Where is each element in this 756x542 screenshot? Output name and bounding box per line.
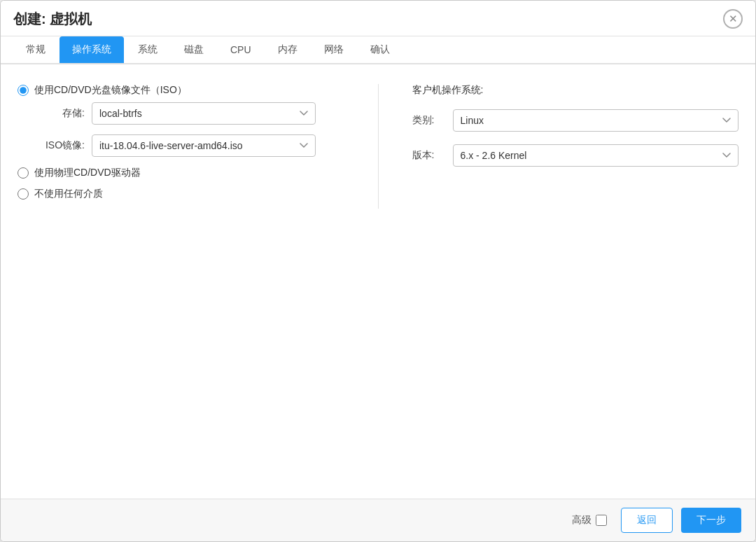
iso-label: ISO镜像: <box>34 139 85 152</box>
use-iso-radio[interactable] <box>18 85 29 96</box>
no-media-option[interactable]: 不使用任何介质 <box>18 188 344 200</box>
use-iso-label: 使用CD/DVD光盘镜像文件（ISO） <box>34 84 187 97</box>
tab-os[interactable]: 操作系统 <box>59 36 124 63</box>
advanced-group: 高级 <box>572 514 607 527</box>
footer: 高级 返回 下一步 <box>1 499 755 541</box>
title-bar: 创建: 虚拟机 ✕ <box>1 1 755 36</box>
os-section-header: 客户机操作系统: <box>412 84 739 97</box>
close-icon: ✕ <box>729 13 738 25</box>
tab-bar: 常规 操作系统 系统 磁盘 CPU 内存 网络 确认 <box>1 36 755 64</box>
iso-radio-group: 使用CD/DVD光盘镜像文件（ISO） 存储: local-btrfs ISO镜… <box>18 84 344 157</box>
tab-general[interactable]: 常规 <box>13 36 58 63</box>
advanced-label: 高级 <box>572 514 592 527</box>
vm-create-window: 创建: 虚拟机 ✕ 常规 操作系统 系统 磁盘 CPU 内存 网络 确认 使用C… <box>0 0 756 542</box>
tab-cpu[interactable]: CPU <box>218 37 264 62</box>
left-section: 使用CD/DVD光盘镜像文件（ISO） 存储: local-btrfs ISO镜… <box>18 84 344 209</box>
tab-system[interactable]: 系统 <box>125 36 170 63</box>
main-content: 使用CD/DVD光盘镜像文件（ISO） 存储: local-btrfs ISO镜… <box>1 64 755 499</box>
right-section: 客户机操作系统: 类别: Linux 版本: 6.x - 2.6 Kernel <box>378 84 739 209</box>
window-title: 创建: 虚拟机 <box>13 10 92 29</box>
no-media-radio[interactable] <box>18 188 29 200</box>
tab-network[interactable]: 网络 <box>312 36 356 63</box>
tab-confirm[interactable]: 确认 <box>358 36 402 63</box>
physical-dvd-group: 使用物理CD/DVD驱动器 <box>18 167 344 179</box>
storage-select[interactable]: local-btrfs <box>92 102 316 125</box>
use-physical-option[interactable]: 使用物理CD/DVD驱动器 <box>18 167 344 179</box>
advanced-checkbox[interactable] <box>596 515 607 526</box>
tab-disk[interactable]: 磁盘 <box>172 36 216 63</box>
use-physical-radio[interactable] <box>18 167 29 179</box>
no-media-group: 不使用任何介质 <box>18 188 344 200</box>
close-button[interactable]: ✕ <box>723 9 743 29</box>
version-select[interactable]: 6.x - 2.6 Kernel <box>453 144 739 167</box>
back-button[interactable]: 返回 <box>621 508 673 533</box>
storage-label: 存储: <box>34 107 85 120</box>
content-layout: 使用CD/DVD光盘镜像文件（ISO） 存储: local-btrfs ISO镜… <box>18 84 738 209</box>
category-row: 类别: Linux <box>412 109 739 132</box>
iso-select[interactable]: itu-18.04.6-live-server-amd64.iso <box>92 134 316 157</box>
use-iso-option[interactable]: 使用CD/DVD光盘镜像文件（ISO） <box>18 84 344 97</box>
version-row: 版本: 6.x - 2.6 Kernel <box>412 144 739 167</box>
category-select[interactable]: Linux <box>453 109 739 132</box>
category-label: 类别: <box>412 114 446 127</box>
version-label: 版本: <box>412 149 446 162</box>
no-media-label: 不使用任何介质 <box>34 188 103 200</box>
use-physical-label: 使用物理CD/DVD驱动器 <box>34 167 141 179</box>
iso-row: ISO镜像: itu-18.04.6-live-server-amd64.iso <box>34 134 344 157</box>
storage-row: 存储: local-btrfs <box>34 102 344 125</box>
tab-memory[interactable]: 内存 <box>265 36 310 63</box>
next-button[interactable]: 下一步 <box>681 508 741 533</box>
